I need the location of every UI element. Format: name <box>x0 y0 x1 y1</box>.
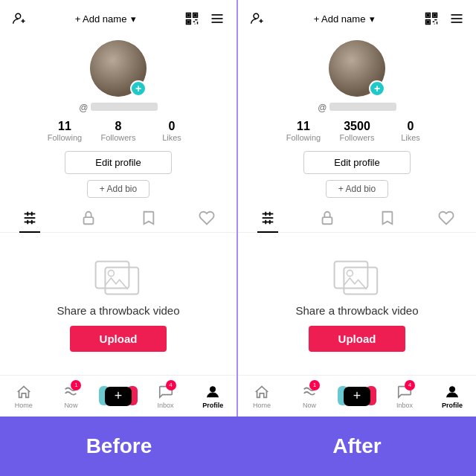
likes-num-before: 0 <box>169 119 176 133</box>
svg-point-56 <box>347 270 353 276</box>
nav-now-badge-after: 1 <box>309 380 320 390</box>
svg-rect-53 <box>323 217 332 224</box>
svg-rect-26 <box>105 267 138 294</box>
nav-inbox-before[interactable]: 4 Inbox <box>142 376 190 416</box>
upload-btn-before[interactable]: Upload <box>70 326 167 352</box>
menu-icon-after[interactable] <box>449 11 464 26</box>
svg-rect-37 <box>427 21 429 23</box>
heart-icon-after <box>438 210 454 226</box>
grid-icon-before <box>22 210 38 226</box>
nav-create-before[interactable]: + <box>94 376 142 416</box>
nav-center-inner-before: + <box>105 387 132 406</box>
username-after: @ <box>318 103 396 113</box>
profile-icon-after <box>444 384 460 400</box>
nav-home-label-after: Home <box>253 402 271 409</box>
nav-now-before[interactable]: 1 Now <box>48 376 95 416</box>
qr-icon[interactable] <box>184 11 199 26</box>
grid-icon-after <box>260 210 276 226</box>
tabs-after <box>238 204 476 233</box>
topbar-center-after[interactable]: + Add name ▾ <box>314 13 376 25</box>
nav-now-label-after: Now <box>303 402 316 409</box>
svg-point-0 <box>16 13 21 19</box>
nav-profile-before[interactable]: Profile <box>189 376 237 416</box>
tab-bookmark-after[interactable] <box>357 204 416 232</box>
share-text-after: Share a throwback video <box>295 304 418 317</box>
following-label-after: Following <box>286 133 321 142</box>
followers-num-after: 3500 <box>344 119 370 133</box>
topbar-right-after <box>424 11 464 26</box>
profile-section-before: + @ 11 Following 8 Followers <box>0 33 237 204</box>
nav-inbox-after[interactable]: 4 Inbox <box>381 376 428 416</box>
menu-icon[interactable] <box>210 11 225 26</box>
following-num-after: 11 <box>297 119 310 133</box>
panels: + Add name ▾ <box>0 0 476 416</box>
lock-icon-before <box>80 210 97 226</box>
tab-grid-before[interactable] <box>0 204 60 232</box>
edit-profile-btn-before[interactable]: Edit profile <box>65 151 171 174</box>
topbar-before: + Add name ▾ <box>0 0 237 33</box>
app-container: + Add name ▾ <box>0 0 476 476</box>
nav-home-before[interactable]: Home <box>0 376 48 416</box>
stats-before: 11 Following 8 Followers 0 Likes <box>47 119 190 142</box>
edit-profile-btn-after[interactable]: Edit profile <box>303 151 410 174</box>
nav-inbox-label-before: Inbox <box>158 402 174 409</box>
followers-label-after: Followers <box>339 133 374 142</box>
tab-lock-after[interactable] <box>298 204 357 232</box>
stat-following-after: 11 Following <box>286 119 321 142</box>
avatar-plus-before[interactable]: + <box>130 80 147 97</box>
topbar-center-before[interactable]: + Add name ▾ <box>75 13 137 25</box>
avatar-before[interactable]: + <box>90 40 147 97</box>
nav-center-wrap-before: + <box>103 386 133 407</box>
person-add-icon <box>12 11 27 26</box>
nav-inbox-label-after: Inbox <box>396 402 413 409</box>
before-panel: + Add name ▾ <box>0 0 238 416</box>
nav-now-badge-before: 1 <box>71 380 81 390</box>
content-area-after: Share a throwback video Upload <box>238 233 476 375</box>
topbar-left-before <box>12 11 27 26</box>
at-sign-after: @ <box>318 103 327 113</box>
bookmark-icon-before <box>140 210 156 226</box>
home-icon-before <box>16 384 32 400</box>
tab-lock-before[interactable] <box>60 204 119 232</box>
stat-following-before: 11 Following <box>47 119 83 142</box>
dropdown-icon-after: ▾ <box>370 13 375 25</box>
before-label: Before <box>0 416 238 476</box>
upload-btn-after[interactable]: Upload <box>309 326 406 352</box>
content-area-before: Share a throwback video Upload <box>0 233 237 375</box>
after-text: After <box>332 434 381 458</box>
add-bio-btn-before[interactable]: + Add bio <box>87 180 149 198</box>
svg-point-27 <box>108 270 114 276</box>
nav-now-after[interactable]: 1 Now <box>286 376 333 416</box>
stats-after: 11 Following 3500 Followers 0 Likes <box>286 119 428 142</box>
likes-label-before: Likes <box>162 133 181 142</box>
at-sign-before: @ <box>79 103 88 113</box>
tab-heart-before[interactable] <box>178 204 237 232</box>
add-bio-btn-after[interactable]: + Add bio <box>326 180 388 198</box>
nav-profile-after[interactable]: Profile <box>428 376 476 416</box>
followers-num-before: 8 <box>115 119 122 133</box>
svg-rect-7 <box>194 14 196 16</box>
nav-create-after[interactable]: + <box>333 376 381 416</box>
label-banner: Before After <box>0 416 476 476</box>
svg-rect-6 <box>187 14 190 16</box>
tab-grid-after[interactable] <box>238 204 298 232</box>
add-name-label-after: + Add name <box>314 13 366 25</box>
after-panel: + Add name ▾ <box>238 0 476 416</box>
dropdown-icon: ▾ <box>131 13 136 25</box>
tab-heart-after[interactable] <box>416 204 476 232</box>
likes-label-after: Likes <box>401 133 420 142</box>
nav-home-after[interactable]: Home <box>238 376 286 416</box>
username-blur-before <box>91 103 158 111</box>
followers-label-before: Followers <box>100 133 135 142</box>
following-label-before: Following <box>48 133 82 142</box>
topbar-left-after <box>250 11 265 26</box>
tab-bookmark-before[interactable] <box>118 204 178 232</box>
avatar-after[interactable]: + <box>329 40 385 97</box>
home-icon-after <box>254 384 270 400</box>
qr-icon-after[interactable] <box>424 11 439 26</box>
profile-icon-before <box>205 384 221 400</box>
topbar-right-before <box>184 11 225 26</box>
plus-icon-before: + <box>115 388 123 404</box>
avatar-plus-after[interactable]: + <box>369 80 385 97</box>
photo-placeholder-after <box>333 257 381 295</box>
